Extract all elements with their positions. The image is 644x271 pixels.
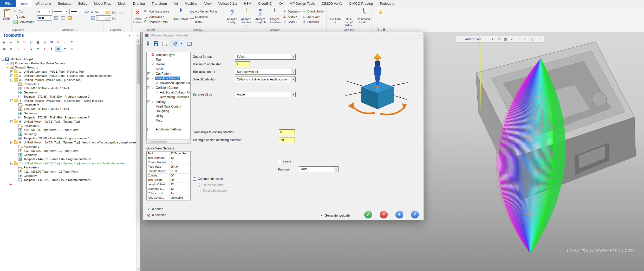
dynamic-analyze-button[interactable]: +Dynamic▾ xyxy=(282,9,301,14)
scroll-thumb[interactable] xyxy=(137,45,140,84)
tree-expander-icon[interactable]: − xyxy=(10,120,13,123)
material-button[interactable] xyxy=(60,15,66,21)
scroll-thumb[interactable] xyxy=(151,141,167,143)
groups-button[interactable] xyxy=(111,10,117,15)
tree-item[interactable]: Geometry xyxy=(0,111,136,115)
display-options-icon[interactable]: ▾ xyxy=(62,46,68,52)
check-solid-button[interactable]: ✓Check Solid▾ xyxy=(301,9,325,14)
side-tilt-definition-select[interactable]: Ortho to cut direction at each position▾ xyxy=(235,77,296,82)
new-group-button[interactable]: ★ xyxy=(373,8,388,28)
blank-levels-button[interactable] xyxy=(118,10,124,15)
endpoints-button[interactable]: Endpoints xyxy=(189,14,218,19)
tree-item[interactable]: #12 - M12.00 Taper form - 12 Taper Form xyxy=(0,149,136,153)
copy-to-level-button[interactable] xyxy=(111,16,117,21)
tree-expander-icon[interactable]: + xyxy=(10,74,13,77)
tab-cimco-probing[interactable]: CIMCO Probing xyxy=(346,0,376,7)
dialog-tree-item[interactable]: ✓Holder xyxy=(147,62,190,67)
tab-wireframe[interactable]: Wireframe xyxy=(32,0,55,7)
tree-item[interactable]: Parameters xyxy=(0,124,136,128)
cut-button[interactable]: Cut xyxy=(13,9,35,14)
dialog-tree-item[interactable]: Remaining Collisions xyxy=(147,95,190,99)
dialog-tree-item[interactable]: −✓Tool Axis Control xyxy=(147,76,190,81)
tree-expander-icon[interactable]: − xyxy=(147,77,150,80)
tree-item[interactable]: Toolpath - 1446.7K - Train.EIA - Program… xyxy=(0,157,136,161)
dialog-launcher-icon[interactable]: ↘ xyxy=(123,29,125,31)
tree-item[interactable]: +1 - Unified Automatic - [WCS: Top] - [T… xyxy=(0,70,136,74)
delete-operations-icon[interactable]: × xyxy=(21,46,28,52)
display-selected-icon[interactable]: ▥ xyxy=(55,46,61,52)
tree-item[interactable]: Geometry xyxy=(0,153,136,157)
dialog-tree-item[interactable]: ✓Additional Collision Cor xyxy=(147,90,190,95)
regenerate-all-icon[interactable]: ↻ xyxy=(21,39,28,45)
tab-model-prep[interactable]: Model Prep xyxy=(90,0,114,7)
analyze-deviation-button[interactable]: Analyze Deviation▾ xyxy=(268,8,282,28)
area-2d-button[interactable]: □2D Area▾ xyxy=(301,14,325,19)
cancel-button[interactable]: × xyxy=(380,211,388,218)
toolpath-display-icon[interactable]: ≡ xyxy=(8,46,14,52)
copy-image-button[interactable]: Copy Image xyxy=(13,19,35,24)
tab-view[interactable]: View xyxy=(201,0,215,7)
tab-vericut-9-1-1[interactable]: Vericut 9.1.1 xyxy=(215,0,240,7)
tree-expander-icon[interactable]: − xyxy=(6,66,9,69)
insert-position-icon[interactable]: ▸ xyxy=(42,46,48,52)
tree-item[interactable]: −6 - Unified Morph - [WCS: Top] - [Tplan… xyxy=(0,140,136,144)
generate-toolpath-checkbox[interactable]: Generate toolpath xyxy=(320,214,350,217)
undelete-entity-button[interactable]: Undelete Entity xyxy=(143,19,170,24)
duplicates-button[interactable]: Duplicates▾ xyxy=(143,14,170,19)
dialog-tree-item[interactable]: ✓Tool xyxy=(147,57,190,62)
tab-home[interactable]: Home xyxy=(16,0,32,7)
settings-gear-button[interactable] xyxy=(172,40,179,47)
panel-scrollbar[interactable]: ▲ ▼ xyxy=(136,39,140,271)
arc-center-points-button[interactable]: Arc Center Points xyxy=(189,9,218,14)
common-direction-checkbox[interactable]: Common direction xyxy=(193,177,223,181)
dialog-close-button[interactable]: × xyxy=(415,32,424,39)
select-associated-icon[interactable]: ▶ xyxy=(8,39,14,45)
tab-solids[interactable]: Solids xyxy=(75,0,90,7)
dialog-tree-item[interactable]: Feed Rate Control xyxy=(147,104,190,109)
tool-axis-control-select[interactable]: Surface with tilt▾ xyxy=(235,69,296,75)
tab-hsm[interactable]: HSM xyxy=(240,0,255,7)
analyze-entity-button[interactable]: ? Analyze Entity xyxy=(225,8,239,28)
surface-color-button[interactable] xyxy=(53,15,59,21)
tree-item[interactable]: −5 - Unified Morph - [WCS: Top] - [Tplan… xyxy=(0,119,136,124)
statistics-button[interactable]: ΣStatistics xyxy=(301,19,325,24)
command-finder-button[interactable]: Command Finder xyxy=(356,8,370,28)
color-combo[interactable]: ▾ xyxy=(37,15,52,21)
settings-dropdown-icon[interactable]: ▾ xyxy=(180,40,183,47)
post-g1-icon[interactable]: G1 xyxy=(48,39,55,45)
tab-mp-design-tools[interactable]: MP Design Tools xyxy=(286,0,318,7)
chain-analyze-button[interactable]: ∞Chain▾ xyxy=(282,19,301,24)
dialog-tree-item[interactable]: +✓Cut Pattern xyxy=(147,71,190,76)
apply-button[interactable]: + xyxy=(395,211,403,218)
tree-expander-icon[interactable]: − xyxy=(2,58,4,61)
export-parameters-button[interactable] xyxy=(160,40,168,47)
netscript-editor-button[interactable]: NET-Script Editor xyxy=(342,8,356,28)
tree-expander-icon[interactable]: + xyxy=(147,100,150,103)
display-options-button[interactable] xyxy=(186,40,193,47)
ok-button[interactable]: ✓ xyxy=(364,211,372,218)
move-to-level-button[interactable] xyxy=(105,16,110,21)
scroll-up-icon[interactable]: ▲ xyxy=(136,39,140,43)
move-up-icon[interactable]: ▲ xyxy=(28,46,34,52)
dialog-titlebar[interactable]: Multiaxis Toolpath - Unified × xyxy=(143,32,424,39)
line-width-combo[interactable]: ▾ xyxy=(69,9,83,14)
line-style-combo[interactable]: ▾ xyxy=(52,9,68,14)
tilt-angle-input[interactable] xyxy=(279,137,295,143)
tree-expander-icon[interactable]: − xyxy=(6,62,9,65)
blank-toolpath-icon[interactable]: □ xyxy=(15,46,21,52)
dialog-launcher-icon[interactable]: ↘ xyxy=(75,29,77,31)
output-format-select[interactable]: 5 Axis▾ xyxy=(235,54,296,60)
move-down-icon[interactable]: ▼ xyxy=(35,46,41,52)
tree-item[interactable]: Geometry xyxy=(0,90,136,94)
hide-unhide-button[interactable]: Hide/Unhide▾ xyxy=(172,8,189,28)
limits-checkbox[interactable]: Limits xyxy=(278,160,291,163)
dialog-tree-item[interactable]: ✓Advanced Options For xyxy=(147,81,190,85)
tree-item[interactable]: Geometry xyxy=(0,132,136,136)
tree-expander-icon[interactable]: − xyxy=(10,79,13,81)
panel-close-icon[interactable]: × xyxy=(136,34,138,37)
dialog-tree-item[interactable]: −✓Collision Control xyxy=(147,85,190,90)
file-menu-button[interactable]: File xyxy=(0,0,16,7)
mode-3d-button[interactable]: 3D xyxy=(84,9,90,14)
scroll-insert-icon[interactable]: ↧ xyxy=(48,46,55,52)
scroll-down-icon[interactable]: ▼ xyxy=(136,267,140,271)
